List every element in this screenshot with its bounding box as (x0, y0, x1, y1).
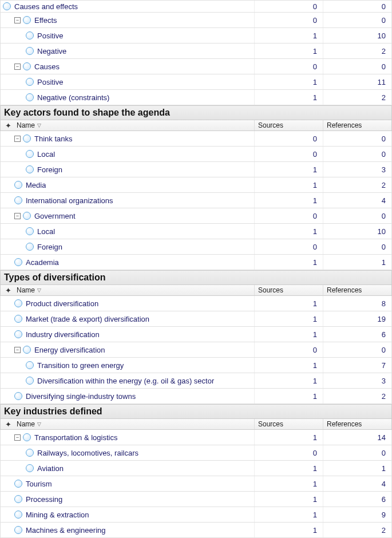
tree-row[interactable]: Tourism14 (0, 476, 392, 492)
column-header-name[interactable]: ✦Name▽ (1, 285, 254, 295)
tree-row[interactable]: Diversifying single-industry towns12 (0, 389, 392, 404)
tree-row-name: −Transportation & logistics (1, 430, 254, 445)
tree-row[interactable]: Market (trade & export) diversification1… (0, 311, 392, 327)
column-header-name[interactable]: ✦Name▽ (1, 419, 254, 429)
column-header-name[interactable]: ✦Name▽ (1, 120, 254, 130)
tree-row-label: Aviation (37, 464, 64, 473)
cell-sources: 0 (254, 13, 323, 27)
cell-references: 19 (323, 311, 391, 326)
tree-indent (3, 446, 26, 459)
cell-references: 0 (323, 445, 391, 460)
tree-row[interactable]: Industry diversification16 (0, 327, 392, 342)
node-icon (26, 165, 34, 173)
tree-row[interactable]: −Energy diversification00 (0, 342, 392, 358)
tree-line (3, 446, 14, 459)
tree-row-label: Positive (37, 31, 64, 40)
node-icon (14, 495, 22, 503)
tree-line (3, 163, 14, 176)
tree-row[interactable]: −Government00 (0, 208, 392, 224)
node-icon (26, 93, 34, 101)
tree-row[interactable]: Diversification within the energy (e.g. … (0, 373, 392, 389)
tree-row[interactable]: Product diversification18 (0, 296, 392, 311)
cell-references: 2 (323, 177, 391, 192)
tree-line (3, 240, 14, 253)
cell-sources: 1 (254, 461, 323, 476)
node-icon (23, 212, 31, 220)
tree-line (3, 256, 14, 268)
collapse-icon[interactable]: − (14, 64, 21, 70)
node-icon (26, 227, 34, 235)
column-header[interactable]: ✦Name▽SourcesReferences (0, 120, 392, 131)
tree-row-name: Mining & extraction (1, 507, 254, 522)
tree-indent (3, 462, 26, 474)
tree-line (3, 148, 14, 160)
collapse-icon[interactable]: − (14, 17, 21, 23)
column-header[interactable]: ✦Name▽SourcesReferences (0, 285, 392, 296)
tree-indent (3, 91, 26, 104)
tree-row-label: Negative (constraints) (37, 93, 109, 102)
tree-row[interactable]: Transition to green energy17 (0, 358, 392, 373)
collapse-icon[interactable]: − (14, 213, 21, 219)
tree-line (3, 359, 14, 371)
tree-row[interactable]: Aviation11 (0, 461, 392, 476)
tree-row[interactable]: Media12 (0, 177, 392, 193)
tree-row[interactable]: International organizations14 (0, 193, 392, 208)
tree-row[interactable]: Positive111 (0, 74, 392, 90)
cell-references: 0 (323, 1, 391, 12)
column-header-references[interactable]: References (323, 285, 391, 295)
tree-row-label: Negative (37, 47, 66, 56)
tree-indent (3, 45, 26, 57)
tree-row[interactable]: Local00 (0, 147, 392, 162)
cell-references: 0 (323, 131, 391, 146)
tree-row[interactable]: Causes and effects00 (0, 0, 392, 13)
tree-line (3, 462, 14, 474)
tree-line (14, 76, 26, 88)
tree-row[interactable]: Machines & engineering12 (0, 523, 392, 538)
tree-row[interactable]: Railways, locomotives, railcars00 (0, 445, 392, 461)
column-header-sources[interactable]: Sources (254, 419, 323, 429)
tree-line (3, 179, 14, 191)
tree-row[interactable]: Local110 (0, 224, 392, 239)
cell-sources: 1 (254, 43, 323, 58)
tree-row-name: Negative (constraints) (1, 90, 254, 105)
tree-row[interactable]: Academia11 (0, 255, 392, 270)
tree-row-label: Media (26, 181, 46, 189)
tree-indent (3, 359, 26, 371)
column-header-references[interactable]: References (323, 419, 391, 429)
tree-row-name: −Government (1, 208, 254, 223)
tree-row[interactable]: −Transportation & logistics114 (0, 430, 392, 445)
tree-indent (3, 508, 14, 521)
column-header-references[interactable]: References (323, 120, 391, 130)
tree-row[interactable]: Negative (constraints)12 (0, 90, 392, 105)
tree-row[interactable]: −Causes00 (0, 59, 392, 74)
tree-row-name: Product diversification (1, 296, 254, 311)
tree-row[interactable]: Foreign00 (0, 239, 392, 255)
tree-row[interactable]: Mining & extraction19 (0, 507, 392, 523)
tree-row[interactable]: Processing16 (0, 492, 392, 507)
collapse-icon[interactable]: − (14, 434, 21, 441)
column-header-sources[interactable]: Sources (254, 120, 323, 130)
tree-line (3, 225, 14, 238)
cell-references: 1 (323, 255, 391, 270)
tree-row-label: Causes and effects (14, 2, 78, 11)
cell-references: 10 (323, 224, 391, 239)
sort-desc-icon: ▽ (37, 122, 41, 128)
column-header-sources[interactable]: Sources (254, 285, 323, 295)
cell-sources: 0 (254, 239, 323, 254)
tree-indent (3, 390, 14, 402)
tree-row[interactable]: Foreign13 (0, 162, 392, 177)
tree-row-name: −Causes (1, 59, 254, 74)
cell-references: 1 (323, 461, 391, 476)
tree-row[interactable]: −Think tanks00 (0, 131, 392, 147)
tree-row[interactable]: Negative12 (0, 43, 392, 59)
tree-row[interactable]: −Effects00 (0, 13, 392, 28)
tree-row-name: Diversifying single-industry towns (1, 389, 254, 404)
tree-indent (3, 374, 26, 387)
cell-sources: 1 (254, 296, 323, 311)
tree-row[interactable]: Positive110 (0, 28, 392, 43)
column-header[interactable]: ✦Name▽SourcesReferences (0, 419, 392, 430)
collapse-icon[interactable]: − (14, 136, 21, 142)
tree-row-name: Processing (1, 492, 254, 507)
node-icon (26, 243, 34, 251)
collapse-icon[interactable]: − (14, 347, 21, 353)
